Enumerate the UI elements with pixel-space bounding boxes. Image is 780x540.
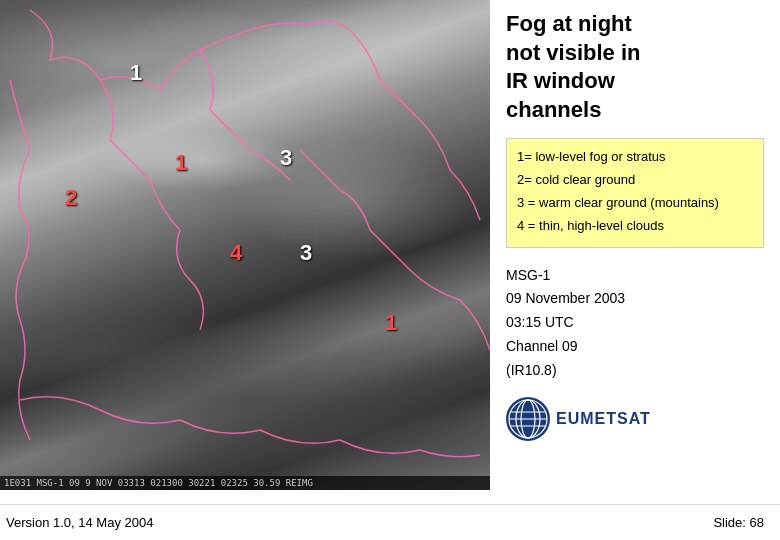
legend-item-1: 1= low-level fog or stratus <box>517 147 753 168</box>
metadata: MSG-1 09 November 2003 03:15 UTC Channel… <box>506 264 764 383</box>
metadata-line5: (IR10.8) <box>506 359 764 383</box>
bottom-bar: Version 1.0, 14 May 2004 Slide: 68 <box>0 504 780 540</box>
satellite-image: 1 2 1 3 4 3 1 <box>0 0 490 490</box>
image-label-1b: 1 <box>175 150 187 176</box>
metadata-line1: MSG-1 <box>506 264 764 288</box>
info-panel: Fog at night not visible in IR window ch… <box>490 0 780 504</box>
main-content: 1 2 1 3 4 3 1 1E031 MSG-1 09 9 NOV 03313… <box>0 0 780 504</box>
image-label-4: 4 <box>230 240 242 266</box>
image-footer: 1E031 MSG-1 09 9 NOV 03313 021300 30221 … <box>0 476 490 490</box>
version-text: Version 1.0, 14 May 2004 <box>6 515 153 530</box>
metadata-line4: Channel 09 <box>506 335 764 359</box>
image-label-3b: 3 <box>300 240 312 266</box>
main-title: Fog at night not visible in IR window ch… <box>506 10 764 124</box>
eumetsat-logo: EUMETSAT <box>506 397 651 441</box>
image-label-1a: 1 <box>130 60 142 86</box>
image-label-1c: 1 <box>385 310 397 336</box>
satellite-image-panel: 1 2 1 3 4 3 1 1E031 MSG-1 09 9 NOV 03313… <box>0 0 490 490</box>
metadata-line2: 09 November 2003 <box>506 287 764 311</box>
legend-item-3: 3 = warm clear ground (mountains) <box>517 193 753 214</box>
image-label-3a: 3 <box>280 145 292 171</box>
eumetsat-logo-circle <box>506 397 550 441</box>
metadata-line3: 03:15 UTC <box>506 311 764 335</box>
border-overlay <box>0 0 490 490</box>
title-section: Fog at night not visible in IR window ch… <box>506 10 764 124</box>
image-label-2: 2 <box>65 185 77 211</box>
legend-item-4: 4 = thin, high-level clouds <box>517 216 753 237</box>
eumetsat-logo-text: EUMETSAT <box>556 410 651 428</box>
slide-number: Slide: 68 <box>713 515 764 530</box>
legend-box: 1= low-level fog or stratus 2= cold clea… <box>506 138 764 247</box>
logo-area: EUMETSAT <box>506 397 764 441</box>
legend-item-2: 2= cold clear ground <box>517 170 753 191</box>
